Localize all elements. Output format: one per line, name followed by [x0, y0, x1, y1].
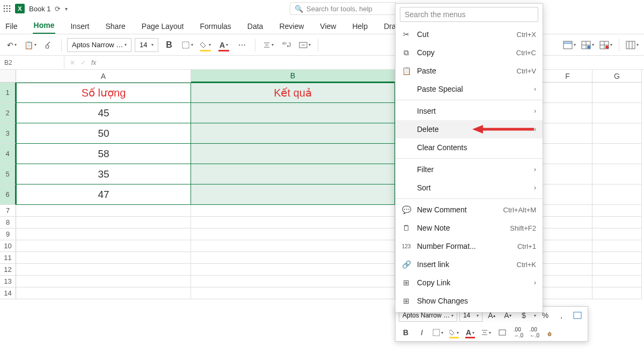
- increase-decimal-button[interactable]: .00→.0: [511, 326, 525, 339]
- ctx-filter[interactable]: Filter›: [396, 160, 543, 179]
- svg-text:ab: ab: [282, 41, 287, 45]
- cell-B1[interactable]: Kết quả: [191, 83, 395, 103]
- mini-align-button[interactable]: ▾: [479, 326, 493, 339]
- bold-button[interactable]: B: [162, 38, 177, 53]
- name-box[interactable]: B2: [0, 56, 64, 69]
- scissors-icon: ✂: [401, 30, 412, 39]
- svg-point-1: [6, 5, 8, 7]
- refresh-icon[interactable]: ⟳: [55, 5, 61, 13]
- ctx-new-note[interactable]: 🗒New NoteShift+F2: [396, 219, 543, 237]
- chevron-down-icon[interactable]: ▾: [65, 6, 68, 12]
- cell-A4[interactable]: 58: [16, 144, 191, 164]
- row-header-3[interactable]: 3: [0, 123, 16, 144]
- tab-help[interactable]: Help: [351, 19, 369, 34]
- paste-button[interactable]: 📋▾: [23, 38, 38, 53]
- ctx-clear-contents[interactable]: Clear Contents: [396, 138, 543, 157]
- font-size: 14: [140, 41, 147, 49]
- ctx-new-comment[interactable]: 💬New CommentCtrl+Alt+M: [396, 201, 543, 219]
- ctx-number-format[interactable]: 123Number Format...Ctrl+1: [396, 237, 543, 255]
- svg-point-5: [9, 8, 11, 10]
- align-center-button[interactable]: ▾: [261, 38, 276, 53]
- format-painter-button[interactable]: [41, 38, 56, 53]
- tab-file[interactable]: File: [4, 19, 19, 34]
- col-header-B[interactable]: B: [191, 70, 395, 83]
- ctx-paste[interactable]: 📋PasteCtrl+V: [396, 62, 543, 80]
- row-header-6[interactable]: 6: [0, 184, 16, 205]
- chevron-right-icon: ›: [534, 184, 536, 191]
- tab-view[interactable]: View: [319, 19, 337, 34]
- fill-color-button[interactable]: ▾: [198, 38, 213, 53]
- insert-cells-button[interactable]: ▾: [580, 38, 595, 53]
- borders-button[interactable]: ▾: [180, 38, 195, 53]
- row-header-4[interactable]: 4: [0, 144, 16, 164]
- font-name: Aptos Narrow …: [72, 41, 123, 49]
- tab-data[interactable]: Data: [246, 19, 265, 34]
- spreadsheet-grid[interactable]: A B F G 1 Số lượng Kết quả 2 45 3 50 4 5…: [0, 70, 644, 299]
- comma-button[interactable]: ,: [554, 308, 568, 322]
- mini-format-painter-button[interactable]: [544, 326, 558, 339]
- cell-B5[interactable]: [191, 164, 395, 184]
- ctx-insert[interactable]: Insert›: [396, 102, 543, 120]
- font-size-select[interactable]: 14▾: [135, 38, 158, 52]
- cell-B6[interactable]: [191, 184, 395, 205]
- tab-insert[interactable]: Insert: [69, 19, 90, 34]
- font-color-button[interactable]: A▾: [216, 38, 231, 53]
- mini-borders-button[interactable]: ▾: [431, 326, 445, 339]
- cell-B2[interactable]: [191, 103, 395, 123]
- format-cells-button[interactable]: [570, 308, 584, 322]
- col-header-A[interactable]: A: [16, 70, 191, 83]
- merge-button[interactable]: ▾: [297, 38, 312, 53]
- link-icon: 🔗: [401, 260, 412, 269]
- fx-label[interactable]: fx: [91, 59, 96, 67]
- workbook-title[interactable]: Book 1: [29, 5, 50, 13]
- format-table-button[interactable]: ▾: [562, 38, 577, 53]
- tab-page-layout[interactable]: Page Layout: [141, 19, 185, 34]
- cancel-formula-icon[interactable]: ✕: [70, 59, 75, 67]
- app-launcher-icon[interactable]: [3, 5, 11, 12]
- mini-bold-button[interactable]: B: [399, 326, 413, 339]
- accept-formula-icon[interactable]: ✓: [80, 59, 86, 67]
- ctx-insert-link[interactable]: 🔗Insert linkCtrl+K: [396, 255, 543, 274]
- excel-icon: X: [15, 4, 25, 13]
- cell-B3[interactable]: [191, 123, 395, 144]
- ctx-sort[interactable]: Sort›: [396, 179, 543, 197]
- delete-cells-button[interactable]: ▾: [598, 38, 613, 53]
- mini-font-color-button[interactable]: A▾: [463, 326, 477, 339]
- row-header-1[interactable]: 1: [0, 83, 16, 103]
- search-input[interactable]: 🔍 Search for tools, help: [290, 2, 397, 15]
- svg-point-6: [4, 11, 5, 12]
- cell-A5[interactable]: 35: [16, 164, 191, 184]
- mini-italic-button[interactable]: I: [415, 326, 429, 339]
- mini-merge-button[interactable]: [495, 326, 509, 339]
- ctx-copy-link[interactable]: ⊞Copy Link›: [396, 274, 543, 292]
- decrease-decimal-button[interactable]: .00←.0: [528, 326, 541, 339]
- format-button[interactable]: ▾: [625, 38, 640, 53]
- ctx-paste-special[interactable]: Paste Special›: [396, 80, 543, 98]
- cell-A6[interactable]: 47: [16, 184, 191, 205]
- wrap-text-button[interactable]: ab: [279, 38, 294, 53]
- ctx-cut[interactable]: ✂CutCtrl+X: [396, 25, 543, 43]
- select-all-corner[interactable]: [0, 70, 16, 83]
- mini-fill-color-button[interactable]: ▾: [447, 326, 461, 339]
- row-header-5[interactable]: 5: [0, 164, 16, 184]
- row-header-2[interactable]: 2: [0, 103, 16, 123]
- cell-B4[interactable]: [191, 144, 395, 164]
- col-header-G[interactable]: G: [592, 70, 642, 83]
- font-select[interactable]: Aptos Narrow …▾: [67, 38, 131, 52]
- cell-A3[interactable]: 50: [16, 123, 191, 144]
- menu-search-input[interactable]: Search the menus: [400, 7, 538, 22]
- tab-review[interactable]: Review: [278, 19, 305, 34]
- more-font-button[interactable]: ⋯: [235, 38, 250, 53]
- undo-button[interactable]: ↶▾: [4, 38, 19, 53]
- svg-rect-37: [499, 330, 506, 335]
- cell-A2[interactable]: 45: [16, 103, 191, 123]
- ctx-show-changes[interactable]: ⊞Show Changes: [396, 292, 543, 310]
- tab-formulas[interactable]: Formulas: [199, 19, 232, 34]
- svg-rect-9: [182, 42, 189, 48]
- tab-home[interactable]: Home: [33, 18, 56, 34]
- col-header-F[interactable]: F: [543, 70, 592, 83]
- ctx-copy[interactable]: ⧉CopyCtrl+C: [396, 43, 543, 62]
- menu-tabs: File Home Insert Share Page Layout Formu…: [0, 17, 644, 34]
- cell-A1[interactable]: Số lượng: [16, 83, 191, 103]
- tab-share[interactable]: Share: [104, 19, 126, 34]
